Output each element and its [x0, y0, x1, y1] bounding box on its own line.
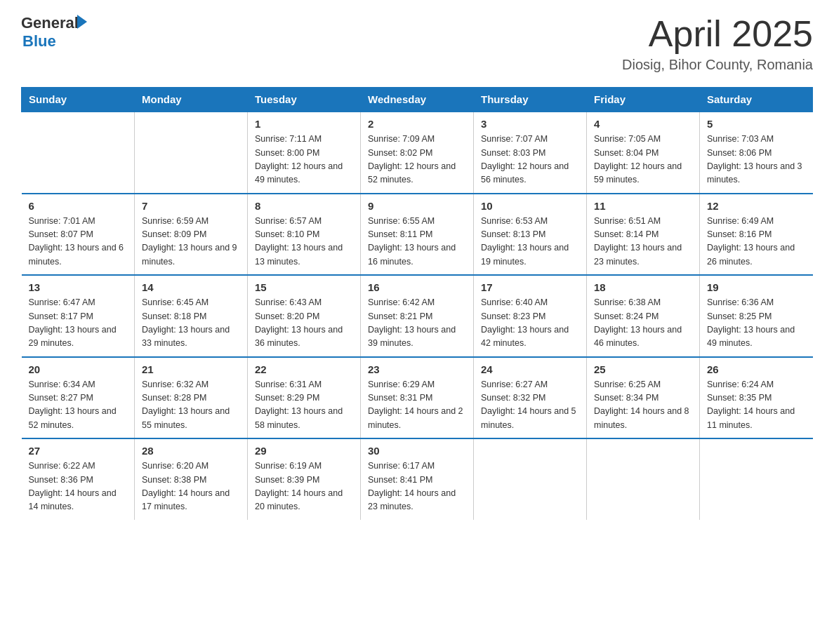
logo: General Blue [21, 14, 87, 51]
day-number: 23 [368, 363, 466, 375]
month-title: April 2025 [622, 14, 813, 54]
day-number: 2 [368, 118, 466, 130]
day-number: 5 [707, 118, 806, 130]
day-info: Sunrise: 6:34 AM Sunset: 8:27 PM Dayligh… [29, 378, 128, 433]
calendar-cell: 16Sunrise: 6:42 AM Sunset: 8:21 PM Dayli… [361, 275, 474, 357]
location-text: Diosig, Bihor County, Romania [622, 57, 813, 73]
calendar-cell: 5Sunrise: 7:03 AM Sunset: 8:06 PM Daylig… [700, 112, 813, 194]
day-info: Sunrise: 6:42 AM Sunset: 8:21 PM Dayligh… [368, 296, 466, 351]
calendar-cell: 21Sunrise: 6:32 AM Sunset: 8:28 PM Dayli… [135, 357, 248, 439]
calendar-header-row: SundayMondayTuesdayWednesdayThursdayFrid… [22, 88, 813, 112]
day-info: Sunrise: 6:53 AM Sunset: 8:13 PM Dayligh… [481, 215, 579, 269]
calendar-cell: 2Sunrise: 7:09 AM Sunset: 8:02 PM Daylig… [361, 112, 474, 194]
day-info: Sunrise: 6:32 AM Sunset: 8:28 PM Dayligh… [142, 378, 240, 433]
calendar-cell: 24Sunrise: 6:27 AM Sunset: 8:32 PM Dayli… [474, 357, 587, 439]
day-info: Sunrise: 6:27 AM Sunset: 8:32 PM Dayligh… [481, 378, 579, 433]
calendar-week-row: 20Sunrise: 6:34 AM Sunset: 8:27 PM Dayli… [22, 357, 813, 439]
calendar-cell: 23Sunrise: 6:29 AM Sunset: 8:31 PM Dayli… [361, 357, 474, 439]
day-info: Sunrise: 7:07 AM Sunset: 8:03 PM Dayligh… [481, 133, 579, 187]
page-header: General Blue April 2025 Diosig, Bihor Co… [21, 14, 813, 73]
day-info: Sunrise: 7:01 AM Sunset: 8:07 PM Dayligh… [29, 215, 128, 269]
header-cell-wednesday: Wednesday [361, 88, 474, 112]
calendar-cell [587, 438, 700, 520]
day-info: Sunrise: 6:24 AM Sunset: 8:35 PM Dayligh… [707, 378, 806, 433]
calendar-cell: 28Sunrise: 6:20 AM Sunset: 8:38 PM Dayli… [135, 438, 248, 520]
header-cell-monday: Monday [135, 88, 248, 112]
day-number: 14 [142, 281, 240, 293]
calendar-cell: 10Sunrise: 6:53 AM Sunset: 8:13 PM Dayli… [474, 194, 587, 276]
calendar-cell: 22Sunrise: 6:31 AM Sunset: 8:29 PM Dayli… [248, 357, 361, 439]
calendar-cell: 20Sunrise: 6:34 AM Sunset: 8:27 PM Dayli… [22, 357, 135, 439]
day-number: 20 [29, 363, 128, 375]
calendar-week-row: 1Sunrise: 7:11 AM Sunset: 8:00 PM Daylig… [22, 112, 813, 194]
calendar-cell: 27Sunrise: 6:22 AM Sunset: 8:36 PM Dayli… [22, 438, 135, 520]
day-info: Sunrise: 7:11 AM Sunset: 8:00 PM Dayligh… [255, 133, 353, 187]
day-number: 17 [481, 281, 579, 293]
day-number: 30 [368, 445, 466, 457]
day-info: Sunrise: 6:47 AM Sunset: 8:17 PM Dayligh… [29, 296, 128, 351]
day-info: Sunrise: 7:09 AM Sunset: 8:02 PM Dayligh… [368, 133, 466, 187]
calendar-cell: 11Sunrise: 6:51 AM Sunset: 8:14 PM Dayli… [587, 194, 700, 276]
day-number: 25 [594, 363, 692, 375]
day-number: 6 [29, 200, 128, 212]
day-info: Sunrise: 6:49 AM Sunset: 8:16 PM Dayligh… [707, 215, 806, 269]
day-number: 27 [29, 445, 128, 457]
calendar-cell: 25Sunrise: 6:25 AM Sunset: 8:34 PM Dayli… [587, 357, 700, 439]
header-cell-tuesday: Tuesday [248, 88, 361, 112]
day-number: 7 [142, 200, 240, 212]
day-info: Sunrise: 7:05 AM Sunset: 8:04 PM Dayligh… [594, 133, 692, 187]
calendar-week-row: 6Sunrise: 7:01 AM Sunset: 8:07 PM Daylig… [22, 194, 813, 276]
calendar-cell: 15Sunrise: 6:43 AM Sunset: 8:20 PM Dayli… [248, 275, 361, 357]
calendar-cell: 14Sunrise: 6:45 AM Sunset: 8:18 PM Dayli… [135, 275, 248, 357]
day-number: 8 [255, 200, 353, 212]
day-info: Sunrise: 6:57 AM Sunset: 8:10 PM Dayligh… [255, 215, 353, 269]
day-number: 22 [255, 363, 353, 375]
calendar-cell: 13Sunrise: 6:47 AM Sunset: 8:17 PM Dayli… [22, 275, 135, 357]
calendar-cell: 17Sunrise: 6:40 AM Sunset: 8:23 PM Dayli… [474, 275, 587, 357]
calendar-cell [474, 438, 587, 520]
calendar-cell [700, 438, 813, 520]
calendar-cell [135, 112, 248, 194]
day-number: 26 [707, 363, 806, 375]
calendar-cell: 12Sunrise: 6:49 AM Sunset: 8:16 PM Dayli… [700, 194, 813, 276]
day-number: 19 [707, 281, 806, 293]
calendar-cell: 29Sunrise: 6:19 AM Sunset: 8:39 PM Dayli… [248, 438, 361, 520]
header-cell-sunday: Sunday [22, 88, 135, 112]
calendar-cell: 26Sunrise: 6:24 AM Sunset: 8:35 PM Dayli… [700, 357, 813, 439]
calendar-cell: 3Sunrise: 7:07 AM Sunset: 8:03 PM Daylig… [474, 112, 587, 194]
day-number: 16 [368, 281, 466, 293]
day-info: Sunrise: 6:38 AM Sunset: 8:24 PM Dayligh… [594, 296, 692, 351]
day-number: 10 [481, 200, 579, 212]
calendar-week-row: 27Sunrise: 6:22 AM Sunset: 8:36 PM Dayli… [22, 438, 813, 520]
calendar-cell: 19Sunrise: 6:36 AM Sunset: 8:25 PM Dayli… [700, 275, 813, 357]
day-number: 18 [594, 281, 692, 293]
day-info: Sunrise: 6:43 AM Sunset: 8:20 PM Dayligh… [255, 296, 353, 351]
calendar-cell: 4Sunrise: 7:05 AM Sunset: 8:04 PM Daylig… [587, 112, 700, 194]
calendar-cell: 8Sunrise: 6:57 AM Sunset: 8:10 PM Daylig… [248, 194, 361, 276]
day-info: Sunrise: 6:31 AM Sunset: 8:29 PM Dayligh… [255, 378, 353, 433]
day-number: 1 [255, 118, 353, 130]
day-number: 11 [594, 200, 692, 212]
calendar-cell: 18Sunrise: 6:38 AM Sunset: 8:24 PM Dayli… [587, 275, 700, 357]
calendar-week-row: 13Sunrise: 6:47 AM Sunset: 8:17 PM Dayli… [22, 275, 813, 357]
day-info: Sunrise: 6:22 AM Sunset: 8:36 PM Dayligh… [29, 459, 128, 514]
day-number: 9 [368, 200, 466, 212]
day-number: 3 [481, 118, 579, 130]
day-number: 12 [707, 200, 806, 212]
header-cell-saturday: Saturday [700, 88, 813, 112]
day-info: Sunrise: 6:29 AM Sunset: 8:31 PM Dayligh… [368, 378, 466, 433]
calendar-cell: 1Sunrise: 7:11 AM Sunset: 8:00 PM Daylig… [248, 112, 361, 194]
day-number: 21 [142, 363, 240, 375]
calendar-table: SundayMondayTuesdayWednesdayThursdayFrid… [21, 87, 813, 520]
calendar-cell: 7Sunrise: 6:59 AM Sunset: 8:09 PM Daylig… [135, 194, 248, 276]
title-block: April 2025 Diosig, Bihor County, Romania [622, 14, 813, 73]
day-info: Sunrise: 6:36 AM Sunset: 8:25 PM Dayligh… [707, 296, 806, 351]
day-info: Sunrise: 6:17 AM Sunset: 8:41 PM Dayligh… [368, 459, 466, 514]
calendar-cell [22, 112, 135, 194]
day-info: Sunrise: 7:03 AM Sunset: 8:06 PM Dayligh… [707, 133, 806, 187]
day-info: Sunrise: 6:55 AM Sunset: 8:11 PM Dayligh… [368, 215, 466, 269]
day-number: 29 [255, 445, 353, 457]
day-info: Sunrise: 6:20 AM Sunset: 8:38 PM Dayligh… [142, 459, 240, 514]
header-cell-friday: Friday [587, 88, 700, 112]
day-number: 24 [481, 363, 579, 375]
